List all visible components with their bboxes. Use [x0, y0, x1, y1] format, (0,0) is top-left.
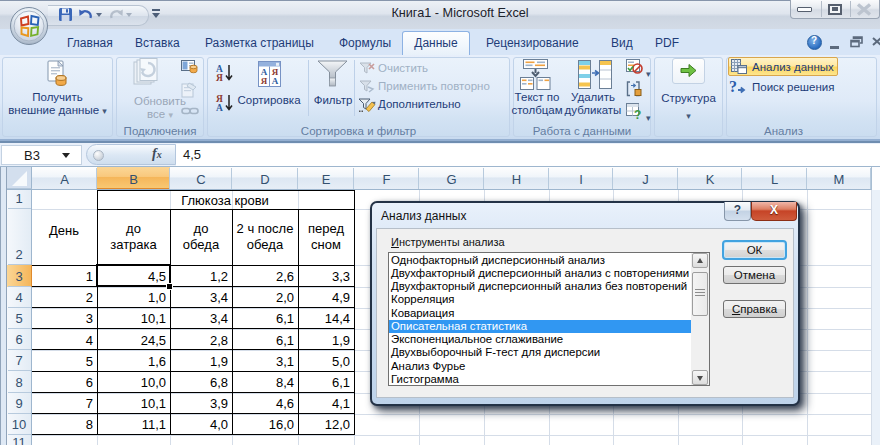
- svg-text:Я: Я: [261, 76, 268, 86]
- svg-text:А: А: [272, 76, 279, 86]
- svg-text:?: ?: [729, 78, 737, 95]
- svg-text:?: ?: [634, 108, 641, 120]
